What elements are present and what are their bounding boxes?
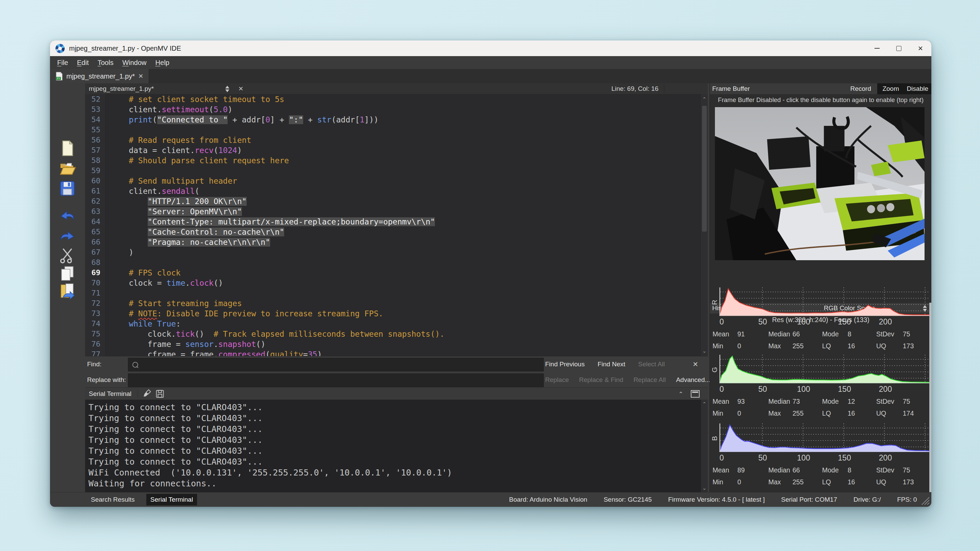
editor-scrollbar-thumb[interactable] [702, 106, 707, 232]
cursor-position: Line: 69, Col: 16 [611, 83, 659, 94]
terminal-scroll-up-icon[interactable]: ⌃ [701, 401, 708, 407]
minimize-button[interactable] [866, 40, 888, 56]
replace-and-find-button[interactable]: Replace & Find [579, 376, 624, 384]
stat-value: 8 [848, 330, 851, 338]
close-button[interactable]: ✕ [910, 40, 931, 56]
status-item-board: Board: Arduino Nicla Vision [509, 496, 587, 503]
stat-value: 255 [792, 410, 804, 417]
stat-label: Mode [822, 466, 839, 474]
x-axis-ticks-g: 050100150200 [710, 385, 931, 394]
tick-label: 100 [794, 453, 813, 462]
save-log-icon[interactable] [155, 389, 165, 399]
zoom-button[interactable]: Zoom [882, 83, 899, 94]
menu-edit[interactable]: Edit [73, 59, 93, 67]
stat-value: 12 [848, 398, 855, 405]
record-button[interactable]: Record [850, 83, 871, 94]
panel-scrollbar[interactable] [929, 303, 931, 492]
stat-value: 16 [848, 410, 855, 417]
frame-buffer-panel: Frame Buffer Record Zoom Disable Frame B… [710, 83, 931, 492]
tab-mjpeg-streamer[interactable]: PY mjpeg_streamer_1.py* ✕ [50, 69, 149, 83]
tick-label: 50 [753, 318, 772, 327]
undo-icon[interactable] [59, 207, 76, 224]
code-line-61: 61 client.sendall( [85, 186, 701, 196]
resize-grip-icon[interactable] [920, 495, 930, 505]
minimize-icon [875, 48, 880, 49]
stat-value: 173 [903, 342, 914, 350]
menu-tools[interactable]: Tools [93, 59, 118, 67]
menu-file[interactable]: File [53, 59, 73, 67]
stat-label: Max [768, 478, 781, 486]
menu-bar: FileEditToolsWindowHelp [50, 56, 931, 69]
title-bar[interactable]: mjpeg_streamer_1.py - OpenMV IDE ✕ [50, 40, 931, 56]
status-tab-search-results[interactable]: Search Results [87, 494, 139, 505]
frame-buffer-title: Frame Buffer [712, 83, 750, 94]
left-toolbar [50, 83, 86, 492]
find-input[interactable] [128, 358, 544, 372]
menu-help[interactable]: Help [151, 59, 174, 67]
paste-icon[interactable] [59, 283, 76, 300]
replace-input[interactable] [128, 373, 544, 387]
code-line-57: 57 data = client.recv(1024) [85, 145, 701, 156]
tick-label: 0 [712, 453, 731, 462]
terminal-title: Serial Terminal [89, 390, 131, 398]
code-editor[interactable]: 52 # set client socket timeout to 5s53 c… [85, 94, 701, 356]
new-file-icon[interactable] [59, 140, 76, 157]
status-tab-serial-terminal[interactable]: Serial Terminal [146, 494, 197, 505]
stat-value: 89 [737, 466, 745, 474]
advanced-button[interactable]: Advanced... [676, 376, 710, 384]
code-line-69: 69 # FPS clock [85, 268, 701, 278]
popout-terminal-icon[interactable] [691, 390, 700, 398]
redo-icon[interactable] [59, 227, 76, 245]
status-item-drive: Drive: G:/ [853, 496, 881, 503]
svg-text:PY: PY [57, 77, 60, 79]
stat-label: LQ [822, 342, 831, 350]
open-file-icon[interactable] [59, 159, 76, 176]
stats-row: Min0Max255LQ16UQ174 [710, 410, 931, 419]
cut-icon[interactable] [59, 246, 76, 264]
symbol-selector-updown-icon[interactable] [225, 86, 229, 92]
terminal-scroll-down-icon[interactable]: ⌄ [701, 485, 708, 491]
code-line-53: 53 client.settimeout(5.0) [85, 105, 701, 114]
clear-terminal-icon[interactable] [143, 389, 153, 399]
save-file-icon[interactable] [59, 180, 76, 197]
scroll-down-icon[interactable]: ⌄ [701, 348, 708, 354]
replace-button[interactable]: Replace [545, 376, 569, 384]
collapse-terminal-icon[interactable]: ⌃ [679, 391, 683, 398]
python-file-icon: PY [56, 72, 63, 81]
find-close-icon[interactable]: ✕ [692, 356, 698, 372]
histogram-block-g: G050100150200Mean93Median73Mode12StDev75… [710, 355, 931, 421]
select-all-button[interactable]: Select All [638, 360, 665, 368]
stat-value: 75 [903, 398, 910, 405]
scroll-up-icon[interactable]: ⌃ [701, 96, 708, 102]
stat-label: Mode [822, 398, 839, 405]
breadcrumb-close-icon[interactable]: ✕ [238, 85, 243, 92]
maximize-button[interactable] [888, 40, 910, 56]
replace-all-button[interactable]: Replace All [633, 376, 666, 384]
find-previous-button[interactable]: Find Previous [545, 360, 585, 368]
stat-value: 0 [737, 410, 741, 417]
code-line-63: 63 "Server: OpenMV\r\n" [85, 206, 701, 217]
stat-label: StDev [876, 466, 894, 474]
stat-label: LQ [822, 410, 831, 417]
terminal-line: Trying to connect to "CLARO403"... [89, 402, 263, 413]
stat-label: StDev [876, 398, 894, 405]
openmv-logo-icon [56, 44, 65, 53]
serial-terminal-output[interactable]: ⌃ ⌄ Trying to connect to "CLARO403"...Tr… [85, 400, 708, 492]
find-next-button[interactable]: Find Next [598, 360, 625, 368]
copy-icon[interactable] [59, 265, 76, 282]
code-line-60: 60 # Send multipart header [85, 176, 701, 186]
stat-label: UQ [876, 410, 886, 417]
terminal-scrollbar[interactable]: ⌃ ⌄ [701, 400, 708, 492]
replace-label: Replace with: [87, 372, 126, 388]
menu-window[interactable]: Window [118, 59, 151, 67]
editor-scrollbar[interactable]: ⌃ ⌄ [701, 94, 708, 356]
stat-value: 66 [792, 466, 800, 474]
code-line-74: 74 while True: [85, 319, 701, 329]
stats-row: Min0Max255LQ16UQ173 [710, 478, 931, 488]
stat-label: UQ [876, 478, 886, 486]
histogram-chart-r [719, 287, 929, 316]
code-line-55: 55 [85, 125, 701, 135]
disable-button[interactable]: Disable [907, 83, 928, 94]
tab-close-icon[interactable]: ✕ [138, 73, 143, 80]
breadcrumb-filename[interactable]: mjpeg_streamer_1.py* [89, 85, 154, 92]
